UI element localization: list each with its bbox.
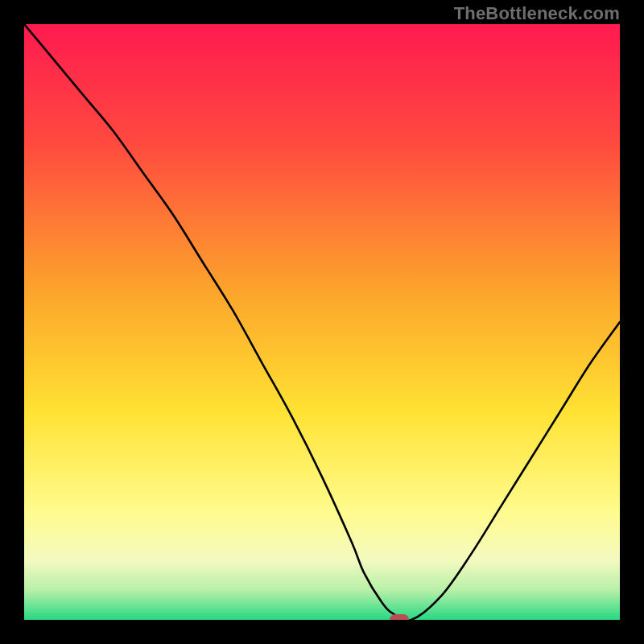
attribution-text: TheBottleneck.com [454,3,620,24]
chart-svg [24,24,620,620]
plot-area [24,24,620,620]
optimal-marker [390,614,409,620]
chart-frame: TheBottleneck.com [0,0,644,644]
gradient-background [24,24,620,620]
